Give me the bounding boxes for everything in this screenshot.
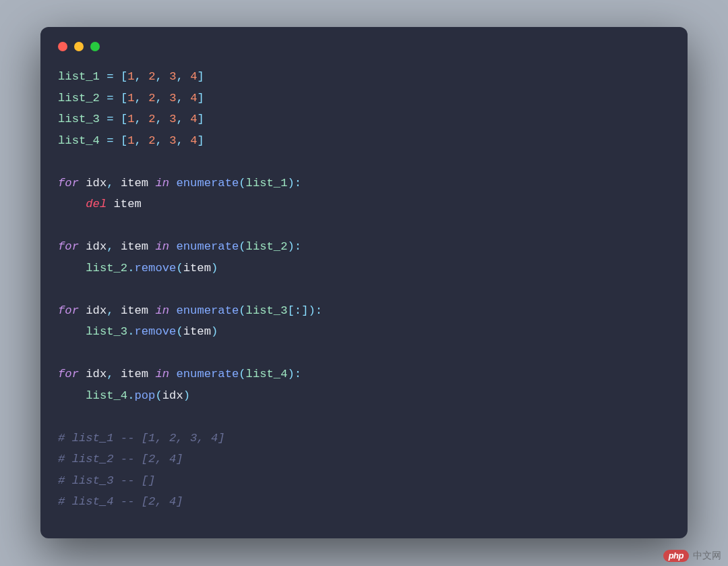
code-line bbox=[58, 279, 670, 300]
token-num: 1 bbox=[127, 92, 134, 105]
token-num: 1 bbox=[127, 113, 134, 125]
code-window: list_1 = [1, 2, 3, 4]list_2 = [1, 2, 3, … bbox=[40, 27, 688, 538]
token-var: list_4 bbox=[86, 389, 127, 402]
token-num: 1 bbox=[127, 134, 134, 147]
token-op: , bbox=[177, 70, 183, 83]
token-ident: idx bbox=[86, 368, 107, 380]
token-func: enumerate bbox=[176, 304, 239, 317]
token-op: ( bbox=[239, 240, 245, 253]
token-op: ( bbox=[176, 325, 183, 338]
token-op: , bbox=[156, 70, 162, 83]
code-line: list_1 = [1, 2, 3, 4] bbox=[58, 66, 670, 88]
token-op: , bbox=[156, 113, 162, 125]
token-num: 3 bbox=[169, 92, 176, 105]
token-op: , bbox=[135, 134, 142, 147]
token-num: 3 bbox=[169, 70, 176, 83]
token-cmt: # list_2 -- [2, 4] bbox=[58, 453, 183, 465]
code-line: list_3.remove(item) bbox=[58, 321, 670, 343]
minimize-icon[interactable] bbox=[74, 42, 84, 51]
token-op: . bbox=[127, 325, 134, 338]
code-line: # list_2 -- [2, 4] bbox=[58, 449, 670, 470]
token-op: [ bbox=[121, 113, 127, 125]
token-kw: in bbox=[155, 304, 169, 317]
token-op: ) bbox=[308, 304, 315, 317]
token-op: , bbox=[107, 240, 113, 253]
token-op: ] bbox=[301, 304, 308, 317]
token-var: list_3 bbox=[58, 113, 100, 125]
code-line: for idx, item in enumerate(list_1): bbox=[58, 173, 670, 194]
token-op: = bbox=[107, 113, 113, 125]
token-ident: item bbox=[114, 198, 142, 210]
token-var: list_3 bbox=[86, 325, 127, 338]
token-kw: for bbox=[58, 240, 79, 253]
token-op: ) bbox=[288, 368, 295, 380]
code-line: for idx, item in enumerate(list_3[:]): bbox=[58, 300, 670, 322]
token-op: : bbox=[295, 177, 301, 190]
token-num: 4 bbox=[190, 92, 197, 105]
token-num: 2 bbox=[148, 92, 155, 105]
token-op: [ bbox=[121, 70, 127, 83]
code-line: # list_1 -- [1, 2, 3, 4] bbox=[58, 428, 670, 449]
code-line: list_2 = [1, 2, 3, 4] bbox=[58, 88, 670, 109]
traffic-lights bbox=[58, 42, 670, 51]
token-op: , bbox=[177, 134, 183, 147]
token-num: 3 bbox=[169, 134, 176, 147]
token-op: ) bbox=[211, 262, 218, 275]
token-op: ] bbox=[197, 113, 204, 125]
code-block: list_1 = [1, 2, 3, 4]list_2 = [1, 2, 3, … bbox=[58, 66, 670, 513]
token-op: ) bbox=[288, 177, 295, 190]
token-var: list_2 bbox=[246, 240, 288, 253]
token-var: list_4 bbox=[58, 134, 100, 147]
token-num: 1 bbox=[127, 70, 134, 83]
token-op: ] bbox=[197, 92, 204, 105]
token-op: [ bbox=[121, 92, 127, 105]
token-op: ( bbox=[176, 262, 183, 275]
token-num: 3 bbox=[169, 113, 176, 125]
token-op: . bbox=[127, 389, 134, 402]
code-line: list_4 = [1, 2, 3, 4] bbox=[58, 130, 670, 152]
code-line bbox=[58, 215, 670, 237]
token-var: list_1 bbox=[58, 70, 100, 83]
token-kw: for bbox=[58, 304, 79, 317]
token-kw: for bbox=[58, 177, 79, 190]
token-op: , bbox=[135, 70, 142, 83]
close-icon[interactable] bbox=[58, 42, 67, 51]
token-op: ) bbox=[183, 389, 190, 402]
maximize-icon[interactable] bbox=[90, 42, 100, 51]
token-cmt: # list_3 -- [] bbox=[58, 474, 155, 487]
token-op: ) bbox=[211, 325, 218, 338]
code-line: # list_4 -- [2, 4] bbox=[58, 491, 670, 513]
token-kw: for bbox=[58, 368, 79, 380]
token-ident: idx bbox=[86, 240, 107, 253]
code-line: del item bbox=[58, 194, 670, 215]
token-op: , bbox=[135, 92, 142, 105]
code-line bbox=[58, 406, 670, 428]
token-op: ) bbox=[288, 240, 295, 253]
token-var: list_2 bbox=[86, 262, 127, 275]
token-var: list_2 bbox=[58, 92, 100, 105]
token-func: pop bbox=[134, 389, 155, 402]
token-ident: idx bbox=[162, 389, 183, 402]
code-line: # list_3 -- [] bbox=[58, 470, 670, 492]
token-cmt: # list_1 -- [1, 2, 3, 4] bbox=[58, 432, 225, 445]
token-ident: item bbox=[121, 240, 148, 253]
token-num: 4 bbox=[190, 113, 197, 125]
token-op: , bbox=[107, 177, 113, 190]
token-func: enumerate bbox=[176, 177, 239, 190]
token-kw: in bbox=[155, 177, 169, 190]
token-op: [ bbox=[121, 134, 127, 147]
token-op: , bbox=[107, 304, 113, 317]
watermark: php 中文网 bbox=[663, 550, 721, 562]
watermark-text: 中文网 bbox=[693, 550, 721, 562]
token-op: [ bbox=[288, 304, 295, 317]
token-num: 2 bbox=[148, 113, 155, 125]
token-op: , bbox=[107, 368, 113, 380]
token-var: list_1 bbox=[246, 177, 288, 190]
token-num: 2 bbox=[148, 134, 155, 147]
code-line: list_2.remove(item) bbox=[58, 258, 670, 279]
token-op: , bbox=[177, 92, 183, 105]
token-op: = bbox=[107, 134, 113, 147]
token-func: remove bbox=[134, 325, 176, 338]
token-op: ( bbox=[155, 389, 162, 402]
token-var: list_3 bbox=[246, 304, 288, 317]
